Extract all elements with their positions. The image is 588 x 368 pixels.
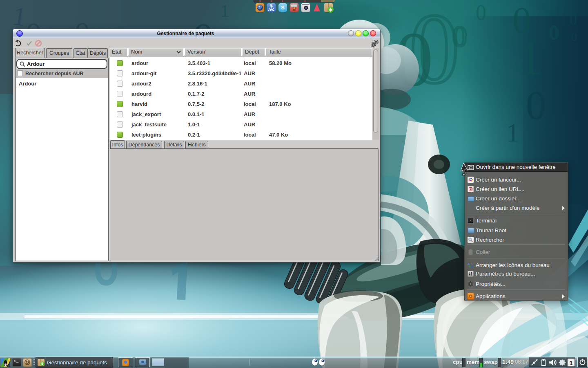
svg-text:0: 0 — [549, 22, 559, 43]
svg-text:0: 0 — [452, 20, 467, 53]
svg-text:1: 1 — [220, 2, 229, 20]
svg-text:0: 0 — [526, 82, 546, 128]
svg-text:0: 0 — [476, 1, 486, 24]
svg-text:A: A — [468, 263, 470, 265]
svg-text:0: 0 — [571, 30, 577, 43]
svg-text:0: 0 — [570, 11, 577, 28]
svg-text:Z: Z — [471, 265, 473, 268]
svg-text:1: 1 — [519, 31, 543, 85]
svg-text:1: 1 — [506, 118, 519, 147]
svg-text:0: 0 — [409, 0, 459, 104]
